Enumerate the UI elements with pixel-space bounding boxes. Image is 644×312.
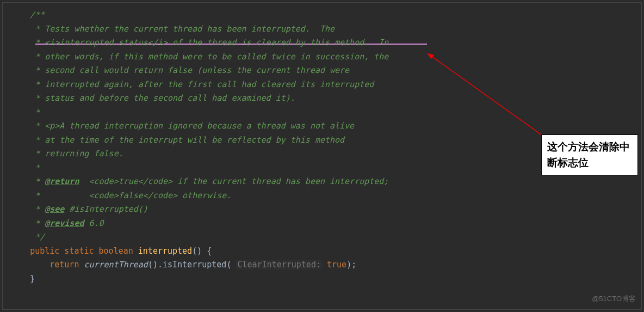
- watermark: @51CTO博客: [592, 293, 636, 305]
- javadoc-line: * <code>false</code> otherwise.: [10, 189, 641, 203]
- return-statement: return currentThread().isInterrupted( Cl…: [10, 258, 641, 272]
- method-signature: public static boolean interrupted() {: [10, 244, 641, 259]
- annotation-text: 这个方法会清除中断标志位: [547, 141, 630, 168]
- javadoc-line: */: [10, 230, 641, 244]
- javadoc-line: * status and before the second call had …: [10, 91, 641, 106]
- javadoc-line: * <p>A thread interruption ignored becau…: [10, 119, 641, 133]
- parameter-hint: ClearInterrupted:: [236, 260, 322, 270]
- method-name: interrupted: [138, 246, 192, 256]
- javadoc-line: * @see #isInterrupted(): [10, 203, 641, 217]
- javadoc-line: * @return <code>true</code> if the curre…: [10, 175, 641, 189]
- annotation-callout: 这个方法会清除中断标志位: [541, 134, 638, 175]
- javadoc-line: * interrupted again, after the first cal…: [10, 78, 641, 92]
- javadoc-line: * other words, if this method were to be…: [10, 50, 641, 64]
- javadoc-line: /**: [10, 8, 641, 22]
- javadoc-return-tag: @return: [45, 176, 79, 186]
- javadoc-line: * @revised 6.0: [10, 217, 641, 231]
- javadoc-line: * Tests whether the current thread has b…: [10, 22, 641, 36]
- javadoc-line: *: [10, 106, 641, 120]
- javadoc-see-tag: @see: [45, 204, 64, 214]
- javadoc-line: * second call would return false (unless…: [10, 64, 641, 78]
- javadoc-line: * <i>interrupted status</i> of the threa…: [10, 36, 641, 50]
- javadoc-revised-tag: @revised: [45, 218, 84, 228]
- closing-brace: }: [10, 272, 641, 286]
- code-editor[interactable]: /** * Tests whether the current thread h…: [2, 2, 642, 310]
